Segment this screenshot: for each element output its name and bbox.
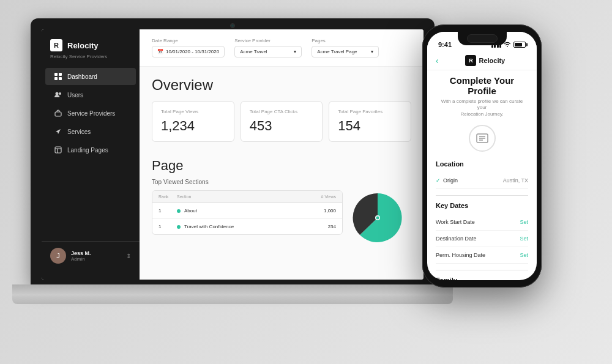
user-avatar: J (50, 248, 66, 264)
sidebar-item-label-services: Services (67, 128, 91, 135)
filter-service-provider-label: Service Provider (234, 38, 302, 43)
sidebar-item-label-service-providers: Service Providers (67, 110, 115, 117)
stat-value-clicks: 453 (250, 118, 314, 134)
table-header: Rank Section # Views (152, 191, 342, 203)
origin-value: Austin, TX (503, 177, 528, 184)
stat-card-favorites: Total Page Favorites 154 (329, 101, 411, 142)
filter-date-range-label: Date Range (152, 38, 225, 43)
main-content: Date Range 📅 10/01/2020 - 10/31/2020 Ser… (140, 29, 424, 280)
filter-pages: Pages Acme Travel Page ▾ (312, 38, 379, 58)
divider-1 (436, 195, 528, 196)
phone: 9:41 (422, 24, 542, 288)
pages-value: Acme Travel Page (317, 49, 357, 54)
chevron-down-icon: ▾ (294, 49, 296, 54)
user-info: Jess M. Admin (71, 250, 121, 262)
profile-title: Complete Your Profile (436, 75, 528, 96)
destination-set[interactable]: Set (520, 236, 528, 242)
user-role: Admin (71, 256, 121, 262)
key-dates-section-title: Key Dates (436, 202, 528, 209)
td-views-1: 1,000 (305, 208, 336, 214)
sidebar-item-landing-pages[interactable]: Landing Pages (45, 141, 136, 158)
check-icon: ✓ (436, 177, 441, 184)
laptop-bezel: R Relocity Relocity Service Providers (31, 18, 435, 284)
users-icon (54, 91, 62, 99)
th-section: Section (177, 195, 305, 199)
stat-card-page-views: Total Page Views 1,234 (152, 101, 234, 142)
destination-label: Destination Date (436, 236, 477, 242)
phone-brand-name: Relocity (479, 57, 505, 64)
stats-row: Total Page Views 1,234 Total Page CTA Cl… (152, 101, 411, 142)
svg-point-5 (59, 92, 61, 95)
stat-label-favorites: Total Page Favorites (338, 109, 402, 114)
wifi-icon (504, 41, 511, 48)
family-section-title: Family (436, 277, 528, 280)
work-start-set[interactable]: Set (520, 219, 528, 225)
phone-camera-pill (467, 34, 498, 43)
phone-screen: 9:41 (427, 32, 537, 280)
pie-chart (350, 190, 405, 245)
relocity-logo-icon: R (50, 39, 62, 51)
back-arrow-icon[interactable]: ‹ (436, 56, 439, 65)
sidebar-item-label-users: Users (67, 92, 83, 98)
grid-icon (54, 72, 62, 81)
top-sections-table: Rank Section # Views 1 About (152, 190, 343, 235)
phone-relocity-logo: R Relocity (465, 55, 505, 66)
phone-nav-bar: ‹ R Relocity (427, 51, 537, 70)
svg-rect-0 (54, 73, 58, 76)
date-range-value: 10/01/2020 - 10/31/2020 (166, 49, 219, 54)
profile-row-destination[interactable]: Destination Date Set (436, 231, 528, 247)
sidebar-item-users[interactable]: Users (45, 86, 136, 103)
scene: R Relocity Relocity Service Providers (0, 0, 612, 364)
sidebar-item-dashboard[interactable]: Dashboard (45, 68, 136, 85)
laptop: R Relocity Relocity Service Providers (31, 18, 447, 330)
page-section-title: Page (152, 158, 411, 174)
phone-notch (458, 32, 507, 45)
dot-icon (177, 209, 181, 213)
top-filters: Date Range 📅 10/01/2020 - 10/31/2020 Ser… (140, 29, 424, 67)
profile-row-housing-date[interactable]: Perm. Housing Date Set (436, 247, 528, 264)
sidebar-item-services[interactable]: Services (45, 123, 136, 140)
calendar-icon: 📅 (157, 49, 163, 54)
stat-value-views: 1,234 (161, 118, 225, 134)
top-viewed-label: Top Viewed Sections (152, 179, 411, 185)
date-range-input[interactable]: 📅 10/01/2020 - 10/31/2020 (152, 46, 225, 58)
plane-icon (54, 127, 62, 136)
svg-rect-6 (55, 112, 61, 116)
profile-subtitle: With a complete profile we can curate yo… (436, 98, 528, 117)
housing-date-set[interactable]: Set (520, 252, 528, 258)
sidebar-subtitle: Relocity Service Providers (42, 54, 140, 68)
sidebar-item-label-landing-pages: Landing Pages (67, 147, 108, 154)
user-name: Jess M. (71, 250, 121, 256)
user-chevron-icon: ⇕ (126, 253, 131, 259)
location-section-title: Location (436, 160, 528, 168)
phone-time: 9:41 (438, 41, 452, 48)
stat-label-views: Total Page Views (161, 109, 225, 114)
svg-rect-3 (59, 77, 62, 80)
profile-row-work-start[interactable]: Work Start Date Set (436, 214, 528, 231)
pages-select[interactable]: Acme Travel Page ▾ (312, 46, 379, 58)
sidebar-user[interactable]: J Jess M. Admin ⇕ (42, 241, 140, 270)
battery-icon (513, 42, 526, 48)
stat-card-cta-clicks: Total Page CTA Clicks 453 (241, 101, 323, 142)
svg-rect-2 (54, 77, 58, 80)
td-section-2: Travel with Confidence (177, 224, 305, 229)
sidebar-nav: Dashboard Users (42, 68, 140, 241)
housing-date-label: Perm. Housing Date (436, 252, 485, 258)
sidebar-item-service-providers[interactable]: Service Providers (45, 105, 136, 122)
svg-rect-1 (59, 73, 62, 76)
phone-content: Complete Your Profile With a complete pr… (427, 70, 537, 280)
filter-date-range: Date Range 📅 10/01/2020 - 10/31/2020 (152, 38, 225, 58)
sidebar-brand: Relocity (67, 41, 99, 50)
pie-chart-container (350, 190, 411, 251)
phone-logo-r: R (465, 55, 476, 66)
th-views: # Views (305, 195, 336, 199)
stat-label-clicks: Total Page CTA Clicks (250, 109, 314, 114)
dot-icon-2 (177, 225, 181, 229)
svg-point-4 (56, 92, 59, 95)
filter-service-provider: Service Provider Acme Travel ▾ (234, 38, 302, 58)
service-provider-value: Acme Travel (240, 49, 267, 54)
service-provider-select[interactable]: Acme Travel ▾ (234, 46, 302, 58)
overview-title: Overview (152, 76, 411, 94)
td-section-1: About (177, 208, 305, 214)
battery-fill (515, 43, 522, 46)
